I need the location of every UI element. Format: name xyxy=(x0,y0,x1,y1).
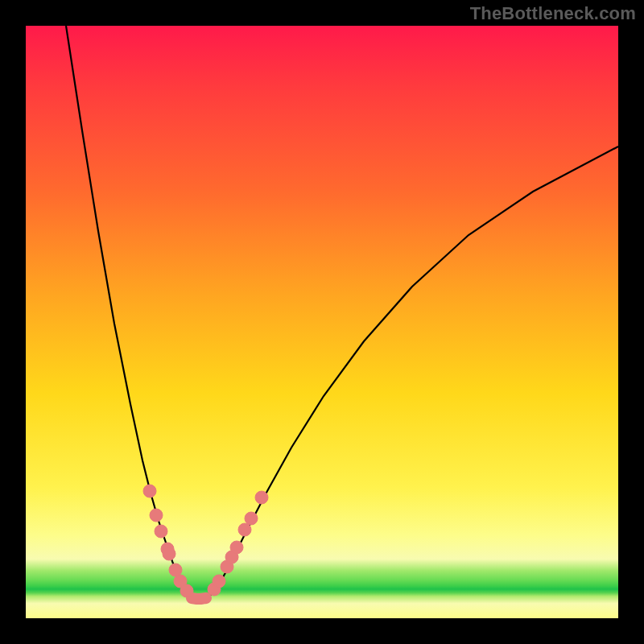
data-dot xyxy=(255,491,268,504)
data-dot xyxy=(150,509,163,522)
chart-svg xyxy=(26,26,618,618)
data-dot xyxy=(230,541,243,554)
curve-right xyxy=(208,147,618,597)
data-dot xyxy=(245,512,258,525)
data-dot xyxy=(143,485,156,497)
valley-floor xyxy=(192,598,206,599)
data-dot xyxy=(213,575,225,588)
data-dot xyxy=(238,523,251,536)
curve-left xyxy=(66,26,193,597)
watermark-text: TheBottleneck.com xyxy=(470,3,636,24)
scatter-dots xyxy=(143,485,268,597)
data-dot xyxy=(155,525,167,538)
data-dot xyxy=(163,547,175,560)
data-dot xyxy=(180,584,193,597)
chart-frame: TheBottleneck.com xyxy=(0,0,644,644)
